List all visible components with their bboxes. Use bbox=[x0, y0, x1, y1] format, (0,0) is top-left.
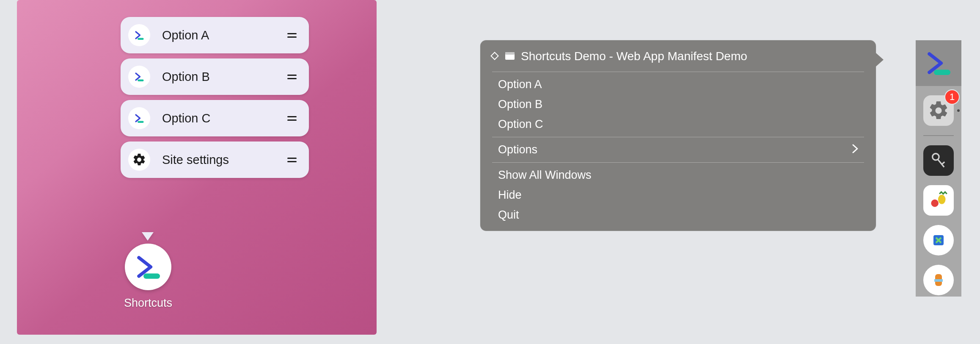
mac-menu-item[interactable]: Option A bbox=[480, 75, 876, 94]
android-shortcut-popup: Option A Option B Option C bbox=[121, 17, 309, 178]
separator bbox=[492, 162, 864, 163]
android-shortcut-item[interactable]: Option C bbox=[121, 100, 309, 136]
popup-tail bbox=[142, 232, 154, 241]
notification-badge: 1 bbox=[944, 89, 960, 105]
android-screenshot: Option A Option B Option C bbox=[17, 0, 377, 335]
drag-handle-icon[interactable] bbox=[287, 75, 297, 79]
menu-item-label: Quit bbox=[498, 208, 519, 222]
svg-rect-15 bbox=[934, 279, 943, 282]
android-shortcut-item[interactable]: Option A bbox=[121, 17, 309, 53]
menu-item-label: Show All Windows bbox=[498, 169, 592, 182]
shortcut-label: Option C bbox=[162, 111, 287, 125]
pwa-icon bbox=[128, 107, 150, 129]
dock-app-misc-3[interactable] bbox=[923, 265, 954, 295]
shortcut-label: Option A bbox=[162, 28, 287, 42]
svg-rect-2 bbox=[138, 121, 143, 122]
shortcut-label: Option B bbox=[162, 70, 287, 84]
mac-menu-header[interactable]: Shortcuts Demo - Web App Manifest Demo bbox=[480, 46, 876, 69]
mac-menu-item[interactable]: Option C bbox=[480, 114, 876, 134]
mac-menu-item[interactable]: Hide bbox=[480, 185, 876, 205]
mac-menu-item[interactable]: Show All Windows bbox=[480, 165, 876, 185]
dock-divider bbox=[923, 135, 954, 136]
dock-app-system-preferences[interactable]: 1 bbox=[923, 95, 954, 126]
dock-app-keychain[interactable] bbox=[923, 145, 954, 176]
mac-dock: 1 bbox=[916, 40, 961, 297]
svg-point-11 bbox=[931, 200, 939, 207]
svg-line-10 bbox=[942, 162, 945, 164]
gear-icon bbox=[128, 149, 150, 171]
dock-app-misc-2[interactable] bbox=[923, 225, 954, 255]
dock-app-pwa[interactable] bbox=[916, 40, 961, 86]
svg-rect-1 bbox=[138, 79, 143, 81]
pwa-icon bbox=[128, 24, 150, 46]
menu-item-label: Hide bbox=[498, 189, 522, 202]
menu-item-label: Option A bbox=[498, 78, 542, 91]
drag-handle-icon[interactable] bbox=[287, 33, 297, 38]
android-site-settings-item[interactable]: Site settings bbox=[121, 141, 309, 178]
running-indicator-icon bbox=[957, 109, 960, 112]
svg-rect-0 bbox=[138, 38, 143, 39]
svg-rect-6 bbox=[505, 52, 515, 55]
drag-handle-icon[interactable] bbox=[287, 158, 297, 162]
mac-menu-item[interactable]: Option B bbox=[480, 94, 876, 114]
dock-app-misc-1[interactable] bbox=[923, 185, 954, 216]
mac-menu-title: Shortcuts Demo - Web App Manifest Demo bbox=[521, 50, 747, 63]
pwa-icon bbox=[128, 66, 150, 88]
separator bbox=[492, 137, 864, 137]
menu-item-label: Option B bbox=[498, 98, 542, 111]
mac-menu-item[interactable]: Quit bbox=[480, 205, 876, 225]
mac-menu-options[interactable]: Options bbox=[480, 140, 876, 160]
svg-point-12 bbox=[938, 195, 946, 204]
chevron-right-icon bbox=[852, 143, 858, 156]
svg-rect-3 bbox=[143, 274, 160, 279]
drag-handle-icon[interactable] bbox=[287, 116, 297, 121]
menu-item-label: Options bbox=[498, 143, 537, 156]
mac-dock-context-menu: Shortcuts Demo - Web App Manifest Demo O… bbox=[480, 40, 876, 231]
android-app-icon[interactable] bbox=[125, 244, 171, 290]
site-settings-label: Site settings bbox=[162, 153, 287, 167]
android-app-label: Shortcuts bbox=[104, 297, 193, 310]
android-shortcut-item[interactable]: Option B bbox=[121, 58, 309, 95]
menu-item-label: Option C bbox=[498, 118, 543, 131]
separator bbox=[492, 72, 864, 72]
svg-rect-7 bbox=[934, 70, 950, 75]
window-icon bbox=[505, 50, 515, 63]
diamond-icon bbox=[490, 50, 499, 63]
svg-rect-4 bbox=[491, 52, 498, 59]
